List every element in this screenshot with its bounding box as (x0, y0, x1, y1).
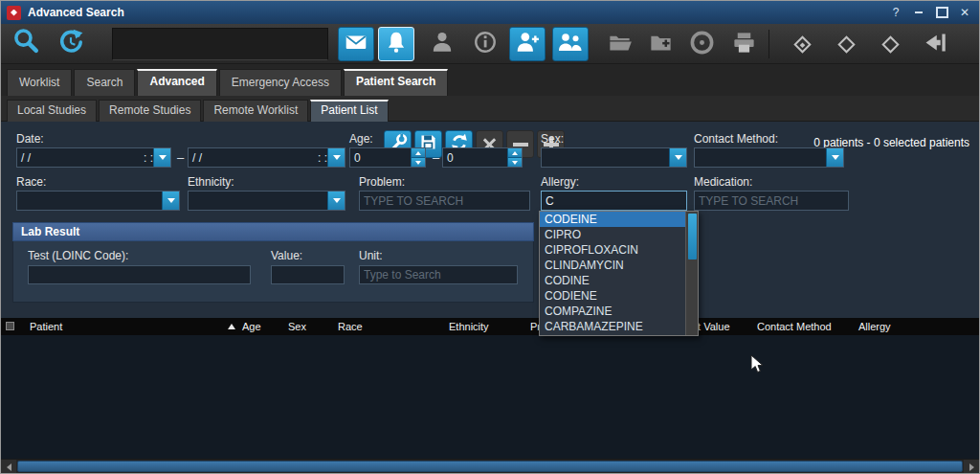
problem-input[interactable] (359, 191, 530, 211)
sex-dropdown[interactable] (541, 147, 687, 168)
open-folder-icon (607, 30, 633, 59)
spinner-down-button[interactable] (411, 158, 425, 167)
date-to-dropdown-button[interactable] (327, 148, 345, 167)
column-header-patient[interactable]: Patient (30, 318, 62, 335)
tab-worklist[interactable]: Worklist (7, 69, 72, 96)
dropdown-option[interactable]: CLINDAMYCIN (540, 258, 685, 273)
date-from-field[interactable]: / / : : (16, 147, 171, 168)
secondary-tabstrip: Local StudiesRemote StudiesRemote Workli… (7, 96, 390, 122)
sort-ascending-icon (228, 324, 235, 329)
mail-icon (344, 30, 368, 58)
key-image-button[interactable] (784, 27, 820, 61)
search-button[interactable] (9, 27, 45, 61)
search-icon (11, 27, 42, 61)
help-button[interactable]: ? (885, 4, 906, 21)
notifications-button[interactable] (378, 27, 414, 61)
burn-disc-button[interactable] (683, 27, 720, 61)
sex-dropdown-button[interactable] (669, 148, 686, 167)
lab-value-input[interactable] (271, 265, 345, 284)
printer-icon (731, 30, 757, 59)
advanced-search-window: Advanced Search ? ✕ (0, 0, 980, 474)
new-folder-button[interactable] (642, 27, 679, 61)
patient-button[interactable] (424, 27, 460, 61)
loinc-test-input[interactable] (28, 265, 251, 284)
time-to-value: : : (318, 151, 327, 165)
dropdown-scrollbar[interactable] (685, 212, 698, 335)
race-dropdown[interactable] (16, 191, 180, 211)
tab-local-studies[interactable]: Local Studies (7, 100, 97, 122)
information-button[interactable] (467, 27, 503, 61)
add-patient-icon (515, 30, 540, 58)
age-from-spinner (411, 148, 425, 167)
tab-emergency-access[interactable]: Emergency Access (219, 69, 342, 96)
toolbar-separator (768, 30, 769, 58)
marker-button[interactable] (828, 27, 864, 61)
ethnicity-dropdown[interactable] (188, 191, 345, 211)
dropdown-option[interactable]: CODINE (540, 273, 685, 288)
column-header-contact-method[interactable]: Contact Method (757, 318, 832, 335)
close-button[interactable]: ✕ (954, 4, 975, 21)
tab-patient-list[interactable]: Patient List (310, 100, 388, 122)
age-to-spinner (507, 148, 522, 167)
reset-search-button[interactable] (53, 27, 89, 61)
column-header-allergy[interactable]: Allergy (858, 318, 891, 335)
race-dropdown-button[interactable] (162, 192, 179, 210)
dropdown-option[interactable]: CODIENE (540, 288, 685, 304)
medication-input[interactable] (694, 191, 849, 211)
diamond-icon (837, 35, 855, 53)
column-header-sex[interactable]: Sex (288, 318, 306, 335)
dropdown-option[interactable]: CARBAMAZEPINE (540, 319, 685, 334)
loinc-test-label: Test (LOINC Code): (28, 249, 128, 262)
date-to-value: / / (189, 151, 299, 165)
reset-icon (56, 27, 86, 61)
date-from-dropdown-button[interactable] (153, 148, 170, 167)
column-header-ethnicity[interactable]: Ethnicity (449, 318, 489, 335)
dropdown-option[interactable]: CODEINE (540, 212, 685, 227)
spinner-down-button[interactable] (507, 158, 522, 167)
scroll-right-button[interactable] (964, 460, 979, 474)
time-from-value: : : (144, 151, 153, 165)
minus-icon (513, 143, 528, 147)
contact-method-dropdown-button[interactable] (826, 148, 843, 167)
age-to-field[interactable]: 0 (442, 147, 523, 168)
contact-method-dropdown[interactable] (694, 147, 844, 168)
horizontal-scrollbar[interactable] (1, 459, 979, 473)
dropdown-option[interactable]: COMPAZINE (540, 304, 685, 319)
dropdown-scrollbar-thumb[interactable] (688, 214, 697, 260)
spinner-up-button[interactable] (507, 148, 522, 158)
exit-button[interactable] (916, 27, 952, 61)
tab-advanced[interactable]: Advanced (137, 69, 216, 96)
lab-result-header: Lab Result (12, 222, 534, 241)
add-patient-button[interactable] (509, 27, 546, 61)
spinner-up-button[interactable] (411, 148, 425, 158)
scroll-left-button[interactable] (1, 460, 16, 474)
age-range-separator: – (433, 150, 439, 165)
lab-unit-input[interactable] (359, 265, 518, 284)
horizontal-scrollbar-thumb[interactable] (17, 461, 963, 472)
column-header-age[interactable]: Age (242, 318, 261, 335)
dropdown-option[interactable]: CIPROFLOXACIN (540, 242, 685, 258)
message-button[interactable] (338, 27, 374, 61)
tab-remote-studies[interactable]: Remote Studies (99, 100, 201, 122)
race-label: Race: (16, 175, 46, 189)
age-from-value: 0 (350, 151, 411, 165)
primary-tabstrip: WorklistSearchAdvancedEmergency AccessPa… (7, 64, 450, 96)
print-button[interactable] (725, 27, 762, 61)
window-title: Advanced Search (28, 6, 124, 19)
column-header-race[interactable]: Race (338, 318, 363, 335)
marker-alt-button[interactable] (872, 27, 908, 61)
main-toolbar (1, 24, 979, 64)
minimize-button[interactable] (908, 4, 929, 21)
tab-search[interactable]: Search (74, 69, 135, 96)
date-to-field[interactable]: / / : : (188, 147, 345, 168)
secondary-tab-bar: Local StudiesRemote StudiesRemote Workli… (1, 96, 979, 122)
age-from-field[interactable]: 0 (349, 147, 426, 168)
open-folder-button[interactable] (601, 27, 637, 61)
dropdown-option[interactable]: CIPRO (540, 227, 685, 242)
restore-button[interactable] (931, 4, 952, 21)
allergy-input[interactable] (541, 191, 687, 211)
patient-group-button[interactable] (552, 27, 589, 61)
ethnicity-dropdown-button[interactable] (327, 192, 345, 210)
tab-patient-search[interactable]: Patient Search (344, 69, 448, 96)
tab-remote-worklist[interactable]: Remote Worklist (203, 100, 308, 122)
